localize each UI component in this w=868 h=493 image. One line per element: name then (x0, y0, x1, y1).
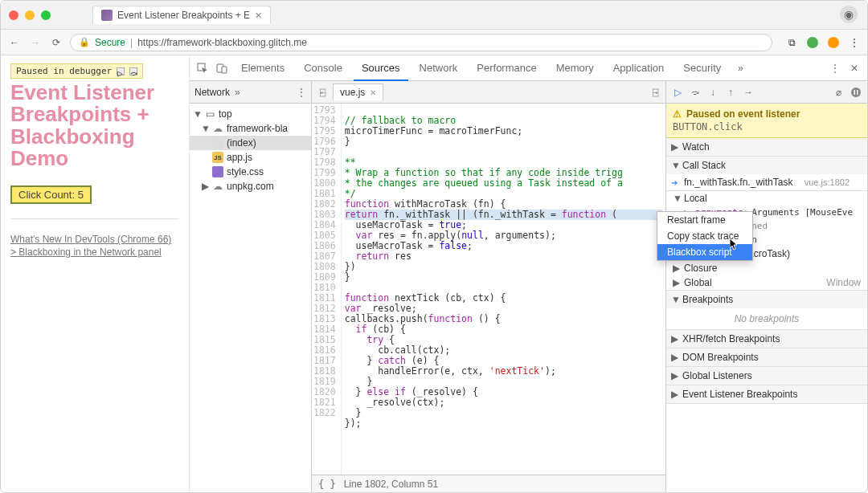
devtools-close-icon[interactable]: ✕ (846, 60, 862, 76)
step-into-button[interactable]: ↓ (706, 86, 719, 99)
forward-button[interactable]: → (28, 35, 43, 50)
more-tabs-icon[interactable]: » (732, 60, 748, 76)
address-bar: ← → ⟳ 🔒 Secure | https://framework-black… (1, 30, 867, 55)
tab-network[interactable]: Network (411, 55, 466, 81)
page-content: Paused in debugger ▷ ⤼ Event Listener Br… (1, 55, 190, 492)
stack-frame-name: fn._withTask.fn._withTask (684, 177, 792, 188)
debugger-toolbar: ▷ ⤼ ↓ ↑ → ⌀ (666, 81, 867, 104)
step-icon[interactable]: ⤼ (129, 67, 137, 75)
tab-sources[interactable]: Sources (354, 55, 408, 81)
tab-security[interactable]: Security (675, 55, 729, 81)
navigator-more-tabs-icon[interactable]: » (235, 87, 240, 98)
tree-top[interactable]: ▼▭top (190, 107, 311, 121)
favicon-icon (101, 10, 113, 21)
section-xhr[interactable]: ▶XHR/fetch Breakpoints (666, 330, 867, 348)
maximize-window-button[interactable] (41, 10, 51, 20)
ext-icon-3[interactable] (827, 36, 840, 49)
section-dom[interactable]: ▶DOM Breakpoints (666, 348, 867, 366)
reload-button[interactable]: ⟳ (49, 35, 63, 50)
tree-index[interactable]: (index) (190, 136, 311, 150)
inspect-icon[interactable] (194, 60, 211, 76)
debugger-pane: ▷ ⤼ ↓ ↑ → ⌀ Paused on event listener BUT… (666, 81, 867, 492)
step-button[interactable]: → (742, 86, 755, 99)
tab-application[interactable]: Application (605, 55, 673, 81)
tree-app-js[interactable]: JSapp.js (190, 150, 311, 165)
tree-style-css[interactable]: style.css (190, 165, 311, 179)
back-button[interactable]: ← (7, 35, 22, 50)
context-menu: Restart frame Copy stack trace Blackbox … (657, 211, 753, 261)
devtools-tabs: Elements Console Sources Network Perform… (190, 55, 867, 81)
scope-global[interactable]: ▶GlobalWindow (666, 275, 867, 290)
page-title: Event Listener Breakpoints + Blackboxing… (10, 82, 179, 169)
profile-avatar[interactable]: ◉ (840, 6, 858, 23)
editor-pane: ⍇ vue.js ✕ ⍈ 179317941795179617971798179… (312, 81, 666, 492)
section-event-listener[interactable]: ▶Event Listener Breakpoints (666, 385, 867, 403)
svg-rect-2 (222, 67, 227, 73)
url-text: https://framework-blackboxing.glitch.me (137, 37, 307, 48)
svg-rect-4 (854, 90, 856, 95)
devtools: Elements Console Sources Network Perform… (190, 55, 867, 492)
scope-closure-2[interactable]: ▶Closure (666, 261, 867, 275)
navigator-pane: Network » ⋮ ▼▭top ▼☁framework-bla (index… (190, 81, 312, 492)
url-field[interactable]: 🔒 Secure | https://framework-blackboxing… (70, 34, 772, 51)
paused-message: Paused on event listener BUTTON.click (666, 104, 867, 138)
navigator-head: Network » ⋮ (190, 81, 311, 104)
show-nav-icon[interactable]: ⍇ (315, 85, 330, 100)
show-debug-icon[interactable]: ⍈ (648, 85, 662, 100)
navigator-tab[interactable]: Network (194, 87, 230, 98)
paused-sub: BUTTON.click (673, 121, 861, 132)
step-over-button[interactable]: ⤼ (689, 86, 702, 99)
line-gutter: 1793179417951796179717981799180018011802… (312, 104, 342, 475)
ext-icon-2[interactable] (806, 36, 819, 49)
svg-rect-5 (857, 90, 858, 95)
tab-title: Event Listener Breakpoints + E (117, 10, 250, 21)
paused-title: Paused on event listener (673, 108, 861, 120)
tab-console[interactable]: Console (296, 55, 350, 81)
menu-icon[interactable]: ⋮ (848, 36, 861, 49)
file-tree: ▼▭top ▼☁framework-bla (index) JSapp.js s… (190, 104, 311, 197)
ctx-restart-frame[interactable]: Restart frame (657, 212, 752, 228)
navigator-menu-icon[interactable]: ⋮ (297, 87, 306, 98)
editor-file-tab[interactable]: vue.js ✕ (333, 84, 383, 100)
editor-tabs: ⍇ vue.js ✕ ⍈ (312, 81, 665, 104)
resume-button[interactable]: ▷ (671, 86, 684, 99)
step-out-button[interactable]: ↑ (724, 86, 737, 99)
tree-domain[interactable]: ▼☁framework-bla (190, 121, 311, 136)
device-icon[interactable] (214, 60, 230, 76)
cursor-position: Line 1802, Column 51 (344, 479, 438, 490)
paused-badge: Paused in debugger ▷ ⤼ (10, 63, 143, 79)
page-link[interactable]: What's New In DevTools (Chrome 66) > Bla… (10, 234, 179, 259)
no-breakpoints: No breakpoints (666, 308, 867, 329)
section-breakpoints[interactable]: ▼Breakpoints (666, 291, 867, 308)
svg-point-3 (851, 88, 861, 97)
pause-exceptions-button[interactable] (850, 86, 862, 99)
section-watch[interactable]: ▶Watch (666, 138, 867, 156)
ext-icon-1[interactable]: ⧉ (785, 36, 798, 49)
close-file-icon[interactable]: ✕ (370, 88, 376, 97)
braces-icon[interactable]: { } (318, 479, 336, 490)
tab-memory[interactable]: Memory (548, 55, 602, 81)
tab-elements[interactable]: Elements (233, 55, 293, 81)
stack-frame-loc: vue.js:1802 (805, 177, 850, 187)
extension-icons: ⧉ ⋮ (785, 36, 861, 49)
section-callstack[interactable]: ▼Call Stack (666, 157, 867, 174)
stack-frame[interactable]: fn._withTask.fn._withTask vue.js:1802 (666, 174, 867, 190)
scope-local[interactable]: ▼Local (666, 191, 867, 206)
window-titlebar: Event Listener Breakpoints + E ✕ ◉ (1, 1, 867, 30)
devtools-menu-icon[interactable]: ⋮ (827, 60, 843, 76)
tree-unpkg[interactable]: ▶☁unpkg.com (190, 179, 311, 194)
deactivate-bp-button[interactable]: ⌀ (832, 86, 845, 99)
code-area[interactable]: 1793179417951796179717981799180018011802… (312, 104, 665, 475)
code-text: // fallback to macro microTimerFunc = ma… (342, 104, 665, 475)
resume-icon[interactable]: ▷ (117, 67, 125, 75)
click-count-button[interactable]: Click Count: 5 (10, 185, 92, 204)
cursor-icon (730, 238, 739, 251)
browser-tab[interactable]: Event Listener Breakpoints + E ✕ (92, 6, 271, 24)
minimize-window-button[interactable] (25, 10, 35, 20)
close-tab-icon[interactable]: ✕ (255, 10, 262, 21)
secure-label: Secure (95, 37, 125, 48)
tab-performance[interactable]: Performance (469, 55, 544, 81)
close-window-button[interactable] (9, 10, 18, 20)
traffic-lights (9, 10, 51, 20)
section-global-listeners[interactable]: ▶Global Listeners (666, 367, 867, 385)
